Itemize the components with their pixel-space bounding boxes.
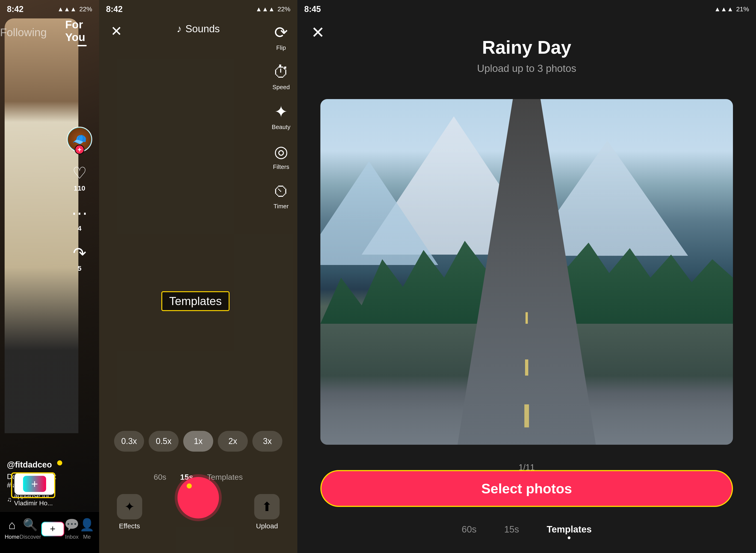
nav-tab-inbox[interactable]: 💬 Inbox — [64, 518, 79, 540]
signal-icon-3: ▲▲▲ — [714, 6, 734, 13]
speed-label: Speed — [273, 84, 290, 91]
tab-60s[interactable]: 60s — [154, 473, 166, 486]
templates-highlight-label: Templates — [169, 295, 222, 308]
like-count: 110 — [74, 184, 85, 192]
status-icons-2: ▲▲▲ 22% — [255, 6, 290, 13]
right-actions: 🧢 + ♡ 110 ⋯ 4 ↷ 5 — [67, 127, 92, 272]
status-time-2: 8:42 — [106, 4, 123, 14]
template-photo-preview — [320, 99, 733, 445]
status-icons-1: ▲▲▲ 22% — [57, 6, 92, 13]
share-action[interactable]: ↷ 5 — [73, 244, 86, 272]
timer-control[interactable]: ⏲ Timer — [273, 182, 289, 210]
rain-effect — [320, 99, 733, 445]
creator-avatar[interactable]: 🧢 + — [67, 127, 92, 152]
panel3-tab-15s[interactable]: 15s — [504, 524, 519, 539]
status-icons-3: ▲▲▲ 21% — [714, 6, 749, 13]
inbox-label: Inbox — [65, 534, 79, 540]
music-note-icon: ♫ — [7, 496, 12, 503]
speed-icon: ⏱ — [273, 63, 289, 81]
battery-icon: 22% — [79, 6, 92, 13]
template-title: Rainy Day — [297, 37, 756, 58]
templates-highlight-box: Templates — [161, 291, 230, 311]
inbox-icon: 💬 — [64, 518, 79, 532]
profile-icon: 👤 — [80, 518, 94, 532]
camera-controls: ⟳ Flip ⏱ Speed ✦ Beauty ◎ Filters ⏲ Time… — [272, 23, 290, 210]
discover-label: Discover — [20, 534, 41, 540]
nav-tab-create[interactable]: + — [41, 522, 64, 536]
annotation-dot-2 — [187, 483, 192, 488]
template-subtitle: Upload up to 3 photos — [297, 63, 756, 74]
status-bar-panel3: 8:45 ▲▲▲ 21% — [297, 0, 756, 18]
nav-following[interactable]: Following — [0, 26, 47, 39]
panel3-tab-templates[interactable]: Templates — [547, 524, 592, 534]
nav-tab-me[interactable]: 👤 Me — [80, 518, 94, 540]
flip-icon: ⟳ — [274, 23, 288, 42]
follow-button[interactable]: + — [75, 145, 84, 154]
timer-icon: ⏲ — [273, 182, 289, 201]
share-count: 5 — [78, 264, 82, 272]
battery-icon-2: 22% — [278, 6, 290, 13]
upload-tab[interactable]: ⬆ Upload — [254, 494, 280, 530]
panel-camera: 8:42 ▲▲▲ 22% ✕ ♪ Sounds ⟳ Flip ⏱ Speed ✦… — [99, 0, 297, 553]
beauty-control[interactable]: ✦ Beauty — [272, 102, 290, 131]
signal-icon: ▲▲▲ — [57, 6, 77, 13]
upload-label: Upload — [256, 522, 278, 530]
timer-label: Timer — [274, 203, 289, 210]
me-label: Me — [83, 534, 91, 540]
bottom-navigation: ⌂ Home 🔍 Discover + 💬 Inbox 👤 Me — [0, 511, 99, 553]
speed-3x[interactable]: 3x — [252, 431, 282, 452]
status-bar-panel2: 8:42 ▲▲▲ 22% — [99, 0, 297, 18]
battery-icon-3: 21% — [736, 6, 749, 13]
speed-options: 0.3x 0.5x 1x 2x 3x — [99, 431, 297, 452]
filters-label: Filters — [273, 163, 289, 170]
speed-control[interactable]: ⏱ Speed — [273, 63, 290, 91]
create-tab-inner: + — [42, 522, 64, 536]
flip-label: Flip — [276, 44, 286, 51]
home-icon: ⌂ — [8, 518, 16, 532]
panel3-tab-templates-container: Templates — [547, 524, 592, 539]
feed-top-nav: Following For You — [0, 18, 99, 46]
camera-overlay — [99, 0, 297, 553]
discover-icon: 🔍 — [23, 518, 38, 532]
close-camera-button[interactable]: ✕ — [110, 23, 122, 39]
speed-03x[interactable]: 0.3x — [114, 431, 144, 452]
upload-icon: ⬆ — [254, 494, 280, 520]
filters-icon: ◎ — [274, 142, 288, 161]
sounds-label: Sounds — [185, 23, 220, 34]
comment-action[interactable]: ⋯ 4 — [71, 204, 88, 232]
beauty-label: Beauty — [272, 124, 290, 131]
filters-control[interactable]: ◎ Filters — [273, 142, 289, 170]
speed-05x[interactable]: 0.5x — [149, 431, 179, 452]
camera-bottom-tabs: ✦ Effects ⬆ Upload — [99, 494, 297, 530]
status-time-3: 8:45 — [304, 4, 321, 14]
speed-2x[interactable]: 2x — [218, 431, 248, 452]
comment-icon: ⋯ — [71, 204, 88, 223]
nav-tab-home[interactable]: ⌂ Home — [5, 518, 19, 540]
sounds-header[interactable]: ♪ Sounds — [176, 23, 220, 34]
panel-feed: 8:42 ▲▲▲ 22% Following For You 🧢 + ♡ 110… — [0, 0, 99, 553]
panel3-active-tab-dot — [568, 536, 571, 539]
effects-label: Effects — [119, 522, 140, 530]
flip-control[interactable]: ⟳ Flip — [274, 23, 288, 51]
music-note-icon-2: ♪ — [176, 23, 181, 34]
status-bar-panel1: 8:42 ▲▲▲ 22% — [0, 0, 99, 18]
template-title-area: Rainy Day Upload up to 3 photos — [297, 37, 756, 74]
signal-icon-2: ▲▲▲ — [255, 6, 275, 13]
create-tab-button[interactable]: + — [41, 522, 64, 536]
status-time-1: 8:42 — [7, 4, 23, 14]
speed-1x[interactable]: 1x — [183, 431, 213, 452]
select-photos-button[interactable]: Select photos — [320, 470, 733, 507]
beauty-icon: ✦ — [274, 102, 288, 121]
effects-icon: ✦ — [117, 494, 142, 520]
spacer — [177, 494, 219, 530]
nav-for-you[interactable]: For You — [65, 18, 99, 46]
heart-icon: ♡ — [72, 164, 87, 182]
nav-tab-discover[interactable]: 🔍 Discover — [20, 518, 41, 540]
select-photos-label: Select photos — [481, 481, 572, 496]
panel3-bottom-tabs: 60s 15s Templates — [297, 524, 756, 539]
panel3-tab-60s[interactable]: 60s — [462, 524, 477, 539]
effects-tab[interactable]: ✦ Effects — [117, 494, 142, 530]
like-action[interactable]: ♡ 110 — [72, 164, 87, 192]
create-button-highlight — [11, 472, 55, 498]
home-label: Home — [5, 534, 19, 540]
